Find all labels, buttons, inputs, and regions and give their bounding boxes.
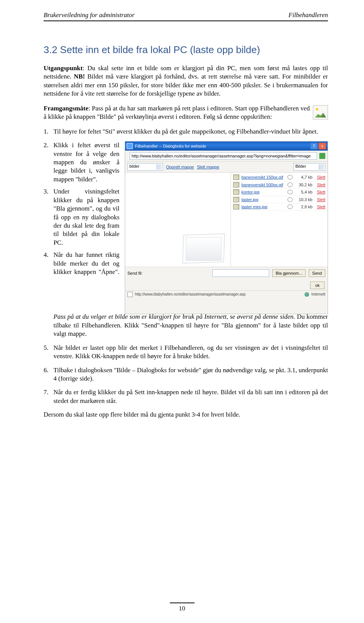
dialog-main: baneoversikt 150px.gif 4,7 kb Slett bane… [125, 173, 328, 267]
preview-pane [125, 173, 231, 267]
page-header: Brukerveiledning for administrator Filbe… [44, 11, 328, 21]
delete-folder-link[interactable]: Slett mappe [197, 164, 219, 170]
folder-toolbar: bilder Opprett mappe Slett mappe Bilder [125, 162, 328, 173]
intro-p1: Utgangspunkt: Du skal sette inn et bilde… [44, 64, 328, 98]
file-icon [233, 175, 239, 180]
file-icon [233, 197, 239, 202]
filbehandler-dialog: Filbehandler -- Dialogboks for webside ?… [125, 141, 328, 314]
preview-icon[interactable] [287, 205, 293, 209]
file-row[interactable]: taster mini.jpg 2,8 kb Slett [231, 203, 328, 211]
filepath-input[interactable] [212, 269, 269, 277]
step-3: 3. Under visningsfeltet klikker du på kn… [44, 187, 119, 247]
status-icon [127, 292, 133, 297]
preview-icon[interactable] [287, 175, 293, 179]
body: Utgangspunkt: Du skal sette inn et bilde… [44, 64, 328, 419]
file-icon [233, 189, 239, 195]
step-5: 5. Når bildet er lastet opp blir det mer… [44, 344, 328, 361]
intro-p2: Framgangsmåte: Pass på at du har satt ma… [44, 104, 328, 121]
status-url: http://www.blabyhallen.no/editor/assetma… [135, 292, 246, 297]
step-4-partial: 4. Når du har funnet riktig bilde merker… [44, 251, 119, 310]
file-icon [233, 182, 239, 187]
file-row[interactable]: baneoversikt 150px.gif 4,7 kb Slett [231, 174, 328, 181]
delete-link[interactable]: Slett [315, 175, 325, 180]
file-list: baneoversikt 150px.gif 4,7 kb Slett bane… [231, 173, 328, 267]
steps-left-col: 2. Klikk i feltet øverst til venstre for… [44, 141, 119, 314]
app-icon [127, 143, 133, 149]
file-row[interactable]: kontor.jpg 5,4 kb Slett [231, 189, 328, 196]
ok-row: ok [125, 279, 328, 290]
file-row[interactable]: baneoversikt 500px.gif 30,2 kb Slett [231, 181, 328, 189]
delete-link[interactable]: Slett [315, 204, 325, 210]
page-number: 10 [0, 603, 364, 612]
dialog-title: Filbehandler -- Dialogboks for webside [135, 143, 308, 149]
send-file-label: Send fil: [127, 271, 143, 276]
step-4-cont: Pass på at du velger et bilde som er kla… [44, 313, 328, 338]
internet-zone-icon [304, 292, 309, 297]
folder-graphic [183, 230, 224, 263]
close-button[interactable]: × [318, 143, 326, 149]
create-folder-link[interactable]: Opprett mappe [166, 164, 194, 170]
section-heading: 3.2 Sette inn et bilde fra lokal PC (las… [44, 44, 328, 56]
dialog-titlebar: Filbehandler -- Dialogboks for webside ?… [125, 142, 328, 151]
step-7: 7. Når du er ferdig klikker du på Sett i… [44, 388, 328, 405]
header-left: Brukerveiledning for administrator [44, 11, 135, 19]
browse-button[interactable]: Bla gjennom... [272, 269, 306, 277]
send-button[interactable]: Send [309, 269, 325, 277]
preview-icon[interactable] [287, 197, 293, 202]
header-right: Filbehandleren [289, 11, 328, 19]
steps-list-cont: Pass på at du velger et bilde som er kla… [44, 313, 328, 405]
steps-with-dialog: 2. Klikk i feltet øverst til venstre for… [44, 141, 328, 314]
status-bar: http://www.blabyhallen.no/editor/assetma… [125, 290, 328, 298]
steps-list: 1. Til høyre for feltet "Sti" øverst kli… [44, 127, 328, 136]
delete-link[interactable]: Slett [315, 182, 325, 188]
filter-select[interactable]: Bilder [293, 163, 325, 171]
address-bar [125, 151, 328, 162]
delete-link[interactable]: Slett [315, 189, 325, 195]
folder-select[interactable]: bilder [127, 163, 163, 171]
file-icon [233, 204, 239, 209]
file-row[interactable]: taster.jpg 10,3 kb Slett [231, 196, 328, 204]
url-field[interactable] [130, 152, 317, 160]
go-button[interactable] [319, 153, 325, 159]
closing-paragraph: Dersom du skal laste opp flere bilder må… [44, 411, 328, 419]
step-6: 6. Tilbake i dialogboksen "Bilde – Dialo… [44, 366, 328, 383]
help-button[interactable]: ? [310, 143, 318, 149]
preview-icon[interactable] [287, 190, 293, 194]
status-zone: Internett [311, 292, 325, 297]
step-2: 2. Klikk i feltet øverst til venstre for… [44, 141, 119, 184]
step-1: 1. Til høyre for feltet "Sti" øverst kli… [44, 127, 328, 136]
send-bar: Send fil: Bla gjennom... Send [125, 267, 328, 279]
preview-icon[interactable] [287, 182, 293, 187]
image-icon [313, 105, 328, 120]
delete-link[interactable]: Slett [315, 197, 325, 203]
ok-button[interactable]: ok [310, 282, 325, 289]
